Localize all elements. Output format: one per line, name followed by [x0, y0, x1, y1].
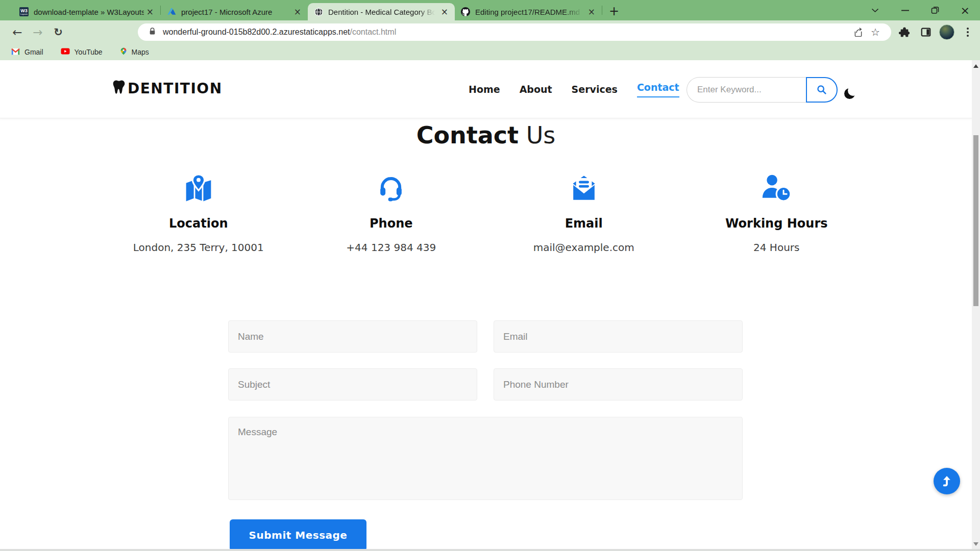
dark-mode-toggle[interactable] — [843, 85, 859, 100]
tab-separator — [602, 6, 602, 15]
message-field[interactable] — [228, 417, 743, 500]
tab-search-chevron-icon[interactable] — [866, 3, 884, 18]
card-location: Location London, 235 Terry, 10001 — [102, 173, 295, 254]
search-input[interactable] — [687, 77, 806, 103]
search-button[interactable] — [806, 77, 838, 103]
site-nav: Home About Services Contact — [469, 60, 679, 118]
nav-link-contact[interactable]: Contact — [637, 82, 679, 97]
moon-icon — [848, 85, 859, 96]
map-location-icon — [102, 173, 295, 205]
scrollbar-thumb[interactable] — [973, 135, 978, 306]
tab-w3layouts[interactable]: W3Layouts download-template » W3Layouts … — [13, 3, 160, 20]
card-value: 24 Hours — [680, 241, 873, 254]
window-bottom-edge — [0, 549, 980, 551]
bookmark-label: Maps — [132, 48, 149, 56]
profile-avatar[interactable] — [939, 24, 954, 40]
address-bar[interactable]: wonderful-ground-015b82d00.2.azurestatic… — [138, 23, 891, 41]
bookmark-maps[interactable]: Maps — [120, 47, 149, 57]
url-path: /contact.html — [350, 28, 396, 36]
card-title: Working Hours — [680, 216, 873, 231]
bookmark-label: YouTube — [75, 48, 103, 56]
lock-icon — [149, 27, 156, 37]
card-email: Email mail@example.com — [487, 173, 680, 254]
toolbar-right — [896, 20, 976, 44]
webpage-dentition-contact: DENTITION Home About Services Contact Co… — [0, 60, 972, 551]
close-window-button[interactable]: × — [957, 3, 974, 18]
scroll-to-top-button[interactable] — [934, 468, 960, 494]
share-button[interactable] — [849, 27, 867, 38]
tab-bar: W3Layouts download-template » W3Layouts … — [0, 0, 980, 20]
card-phone: Phone +44 123 984 439 — [295, 173, 488, 254]
nav-link-home[interactable]: Home — [469, 84, 500, 95]
globe-icon — [314, 7, 323, 16]
tab-title: project17 - Microsoft Azure — [181, 8, 291, 16]
restore-button[interactable] — [926, 3, 944, 18]
user-clock-icon — [680, 173, 873, 205]
card-value: mail@example.com — [487, 241, 680, 254]
extensions-puzzle-button[interactable] — [896, 24, 913, 40]
card-title: Location — [102, 216, 295, 231]
logo-text: DENTITION — [128, 80, 223, 97]
search-icon — [816, 84, 827, 95]
tab-close-icon[interactable]: × — [585, 7, 598, 17]
tab-close-icon[interactable]: × — [291, 7, 304, 17]
scrollbar-down-arrow[interactable] — [973, 542, 978, 546]
submit-message-button[interactable]: Submit Message — [230, 519, 366, 551]
tab-github[interactable]: Editing project17/README.md at × — [455, 3, 602, 20]
tab-title: download-template » W3Layouts — [34, 8, 144, 16]
back-button[interactable]: ← — [7, 27, 28, 38]
bookmark-label: Gmail — [24, 48, 43, 56]
reload-button[interactable]: ↻ — [48, 27, 68, 38]
tab-close-icon[interactable]: × — [438, 7, 451, 17]
email-field[interactable] — [494, 320, 743, 353]
tab-title: Editing project17/README.md at — [475, 8, 585, 16]
card-value: +44 123 984 439 — [295, 241, 488, 254]
browser-window: W3Layouts download-template » W3Layouts … — [0, 0, 980, 551]
browser-menu-button[interactable] — [960, 24, 976, 40]
scrollbar-up-arrow[interactable] — [973, 64, 978, 68]
nav-link-services[interactable]: Services — [572, 84, 618, 95]
youtube-icon — [61, 48, 70, 56]
forward-button[interactable]: → — [28, 27, 48, 38]
site-search — [687, 77, 838, 103]
site-logo[interactable]: DENTITION — [110, 79, 223, 98]
azure-icon — [167, 7, 176, 16]
card-title: Email — [487, 216, 680, 231]
arrow-turn-up-icon — [940, 474, 953, 488]
side-panel-button[interactable] — [918, 24, 934, 40]
minimize-button[interactable] — [896, 3, 914, 18]
tab-dentition-active[interactable]: Dentition - Medical Category Boo × — [308, 3, 455, 20]
github-icon — [461, 7, 470, 16]
tab-close-icon[interactable]: × — [144, 7, 156, 17]
maps-pin-icon — [120, 47, 127, 57]
url-text: wonderful-ground-015b82d00.2.azurestatic… — [163, 28, 849, 37]
window-controls: × — [860, 0, 980, 20]
phone-field[interactable] — [494, 368, 743, 400]
card-title: Phone — [295, 216, 488, 231]
w3layouts-icon: W3Layouts — [19, 7, 29, 16]
browser-toolbar: ← → ↻ wonderful-ground-015b82d00.2.azure… — [0, 20, 980, 44]
new-tab-button[interactable]: + — [606, 4, 622, 19]
gmail-icon — [11, 48, 20, 57]
bookmark-youtube[interactable]: YouTube — [61, 48, 103, 56]
page-title-light: Us — [526, 121, 556, 149]
card-working-hours: Working Hours 24 Hours — [680, 173, 873, 254]
bookmark-star-button[interactable]: ☆ — [867, 27, 884, 37]
page-title: Contact Us — [0, 121, 972, 149]
envelope-open-icon — [487, 173, 680, 205]
site-header: DENTITION Home About Services Contact — [0, 60, 972, 118]
bookmark-gmail[interactable]: Gmail — [11, 48, 43, 57]
tooth-icon — [110, 79, 128, 98]
tab-title: Dentition - Medical Category Boo — [328, 8, 438, 16]
page-title-bold: Contact — [416, 121, 519, 149]
contact-info-cards: Location London, 235 Terry, 10001 Phone … — [102, 173, 873, 254]
name-field[interactable] — [228, 320, 477, 353]
bookmarks-bar: Gmail YouTube Maps — [0, 44, 980, 60]
headset-icon — [295, 173, 488, 205]
tab-azure[interactable]: project17 - Microsoft Azure × — [161, 3, 308, 20]
nav-link-about[interactable]: About — [520, 84, 552, 95]
card-value: London, 235 Terry, 10001 — [102, 241, 295, 254]
subject-field[interactable] — [228, 368, 477, 400]
url-host: wonderful-ground-015b82d00.2.azurestatic… — [163, 28, 350, 36]
page-scrollbar[interactable] — [972, 60, 980, 551]
